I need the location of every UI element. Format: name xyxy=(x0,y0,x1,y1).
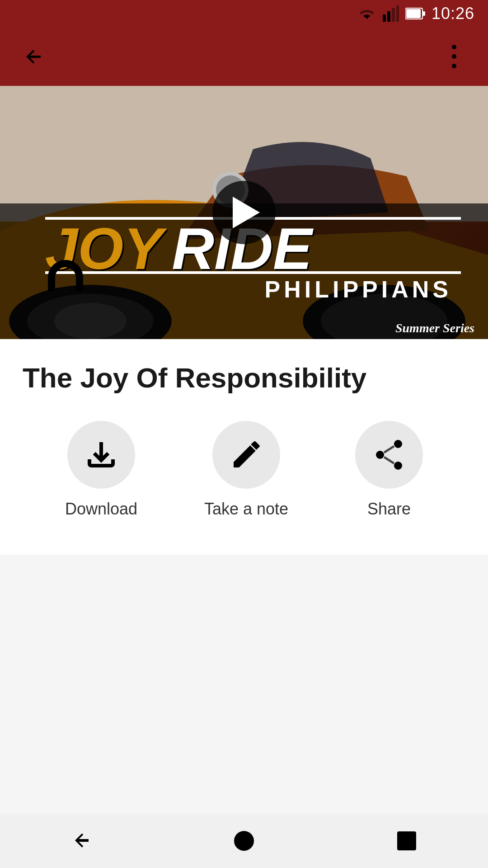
philippians-text: PHILIPPIANS xyxy=(265,276,452,302)
sermon-title: The Joy Of Responsibility xyxy=(23,362,465,394)
video-thumbnail: JOY RIDE PHILIPPIANS Summer Series xyxy=(0,86,488,339)
headphone-icon xyxy=(45,258,86,300)
back-arrow-icon xyxy=(23,45,45,68)
share-icon xyxy=(373,439,405,471)
more-vert-icon xyxy=(451,44,457,69)
svg-rect-20 xyxy=(76,280,83,291)
nav-recents-button[interactable] xyxy=(384,823,429,859)
svg-rect-5 xyxy=(406,9,421,18)
svg-point-21 xyxy=(394,440,402,448)
share-circle xyxy=(355,421,423,489)
svg-rect-6 xyxy=(422,11,425,16)
note-circle xyxy=(212,421,280,489)
svg-point-23 xyxy=(394,462,402,470)
svg-line-24 xyxy=(384,446,394,453)
svg-point-8 xyxy=(452,54,456,59)
app-bar xyxy=(0,27,488,86)
note-label: Take a note xyxy=(204,500,288,519)
download-label: Download xyxy=(65,500,137,519)
download-circle xyxy=(67,421,135,489)
svg-point-26 xyxy=(234,831,254,851)
status-icons: 10:26 xyxy=(357,4,474,23)
svg-point-7 xyxy=(452,45,456,49)
wifi-icon xyxy=(357,6,376,21)
svg-rect-3 xyxy=(396,5,399,22)
svg-rect-2 xyxy=(392,8,395,22)
share-action[interactable]: Share xyxy=(355,421,423,519)
status-bar: 10:26 xyxy=(0,0,488,27)
more-options-button[interactable] xyxy=(438,41,470,72)
play-triangle-icon xyxy=(233,197,260,228)
nav-back-button[interactable] xyxy=(59,823,104,859)
nav-home-button[interactable] xyxy=(221,823,267,859)
edit-icon xyxy=(230,439,263,471)
signal-icon xyxy=(383,5,399,22)
series-subtitle: PHILIPPIANS xyxy=(265,276,452,303)
back-nav-icon xyxy=(68,827,95,854)
svg-point-22 xyxy=(376,451,384,459)
note-action[interactable]: Take a note xyxy=(204,421,288,519)
status-time: 10:26 xyxy=(432,4,474,23)
back-button[interactable] xyxy=(18,41,50,72)
svg-point-9 xyxy=(452,64,456,68)
video-container: JOY RIDE PHILIPPIANS Summer Series xyxy=(0,86,488,339)
content-area: The Joy Of Responsibility Download Take … xyxy=(0,339,488,555)
svg-rect-27 xyxy=(397,831,416,850)
actions-row: Download Take a note Share xyxy=(23,421,465,519)
recents-nav-icon xyxy=(394,829,419,853)
play-button[interactable] xyxy=(212,181,276,244)
download-action[interactable]: Download xyxy=(65,421,137,519)
bottom-nav xyxy=(0,814,488,868)
svg-rect-1 xyxy=(387,11,390,22)
svg-rect-0 xyxy=(383,14,386,22)
battery-icon xyxy=(405,7,425,20)
stripe-bottom xyxy=(45,271,461,274)
svg-rect-19 xyxy=(48,280,55,291)
home-nav-icon xyxy=(230,827,258,854)
svg-line-25 xyxy=(384,457,394,463)
download-icon xyxy=(85,439,117,471)
share-label: Share xyxy=(367,500,411,519)
summer-series-label: Summer Series xyxy=(395,321,474,335)
